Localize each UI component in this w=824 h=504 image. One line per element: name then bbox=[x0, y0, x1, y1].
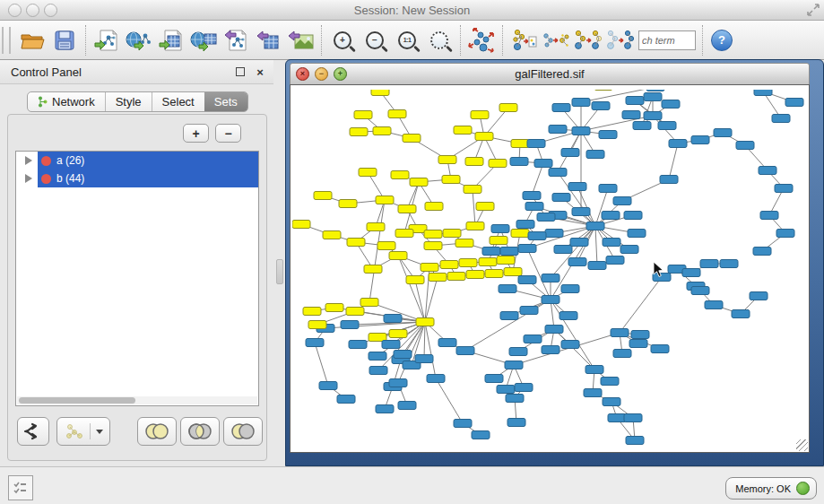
new-network-from-selection-button[interactable] bbox=[507, 24, 540, 56]
graph-node[interactable] bbox=[341, 321, 359, 329]
tab-network[interactable]: Network bbox=[28, 92, 105, 111]
graph-node[interactable] bbox=[515, 384, 533, 392]
graph-node[interactable] bbox=[429, 274, 447, 282]
graph-node[interactable] bbox=[720, 260, 738, 268]
graph-node[interactable] bbox=[658, 122, 676, 130]
expand-triangle-icon[interactable] bbox=[25, 174, 32, 183]
import-table-file-button[interactable] bbox=[155, 24, 187, 56]
horizontal-scrollbar[interactable] bbox=[17, 396, 257, 404]
tab-select[interactable]: Select bbox=[152, 92, 204, 111]
graph-node[interactable] bbox=[626, 97, 644, 105]
graph-node[interactable] bbox=[559, 312, 577, 320]
network-canvas[interactable] bbox=[290, 84, 810, 453]
difference-sets-button[interactable] bbox=[223, 417, 263, 446]
apply-layout-button[interactable] bbox=[465, 24, 498, 56]
network-window-titlebar[interactable]: × − + galFiltered.sif bbox=[290, 63, 810, 85]
graph-node[interactable] bbox=[691, 287, 709, 295]
graph-node[interactable] bbox=[424, 242, 442, 250]
graph-node[interactable] bbox=[394, 351, 412, 359]
list-item[interactable]: b (44) bbox=[16, 169, 258, 187]
graph-node[interactable] bbox=[714, 129, 732, 137]
graph-node[interactable] bbox=[549, 126, 567, 134]
graph-node[interactable] bbox=[485, 375, 503, 383]
graph-node[interactable] bbox=[308, 321, 326, 329]
graph-node[interactable] bbox=[360, 299, 378, 307]
graph-node[interactable] bbox=[528, 232, 546, 240]
import-network-url-button[interactable] bbox=[123, 24, 155, 56]
graph-node[interactable] bbox=[585, 366, 603, 374]
graph-node[interactable] bbox=[624, 212, 642, 220]
graph-node[interactable] bbox=[523, 192, 541, 200]
graph-node[interactable] bbox=[561, 341, 579, 349]
graph-node[interactable] bbox=[438, 339, 456, 347]
divider-collapse-handle[interactable] bbox=[276, 259, 283, 284]
graph-node[interactable] bbox=[629, 340, 647, 348]
graph-node[interactable] bbox=[319, 382, 337, 390]
zoom-fit-selected-button[interactable] bbox=[423, 24, 455, 56]
graph-node[interactable] bbox=[438, 156, 456, 164]
graph-node[interactable] bbox=[506, 395, 524, 403]
panel-divider[interactable] bbox=[273, 60, 285, 466]
graph-node[interactable] bbox=[601, 378, 619, 386]
graph-node[interactable] bbox=[403, 135, 421, 143]
select-first-neighbors-button[interactable] bbox=[540, 24, 572, 56]
graph-node[interactable] bbox=[500, 312, 518, 320]
graph-node[interactable] bbox=[443, 230, 461, 238]
graph-node[interactable] bbox=[602, 212, 620, 220]
graph-layer[interactable] bbox=[292, 90, 810, 453]
graph-node[interactable] bbox=[527, 140, 545, 148]
graph-node[interactable] bbox=[626, 437, 644, 445]
graph-node[interactable] bbox=[350, 128, 368, 136]
graph-node[interactable] bbox=[440, 261, 458, 269]
graph-node[interactable] bbox=[292, 221, 310, 229]
list-item[interactable]: a (26) bbox=[16, 152, 258, 169]
graph-node[interactable] bbox=[631, 331, 649, 339]
graph-node[interactable] bbox=[622, 111, 640, 119]
graph-node[interactable] bbox=[471, 111, 489, 119]
graph-node[interactable] bbox=[371, 90, 389, 96]
float-panel-button[interactable] bbox=[234, 65, 247, 78]
graph-node[interactable] bbox=[406, 276, 424, 284]
graph-node[interactable] bbox=[509, 348, 527, 356]
graph-node[interactable] bbox=[759, 167, 776, 175]
graph-node[interactable] bbox=[389, 330, 407, 338]
graph-node[interactable] bbox=[391, 171, 409, 179]
graph-node[interactable] bbox=[511, 140, 529, 148]
graph-node[interactable] bbox=[349, 341, 367, 349]
graph-node[interactable] bbox=[455, 239, 473, 248]
graph-node[interactable] bbox=[603, 239, 620, 247]
graph-node[interactable] bbox=[568, 183, 586, 191]
graph-node[interactable] bbox=[606, 256, 624, 265]
graph-node[interactable] bbox=[424, 230, 442, 239]
union-sets-button[interactable] bbox=[137, 417, 177, 446]
open-session-button[interactable] bbox=[16, 24, 48, 56]
graph-node[interactable] bbox=[682, 269, 700, 277]
intersection-sets-button[interactable] bbox=[180, 417, 220, 446]
graph-node[interactable] bbox=[485, 270, 503, 278]
graph-node[interactable] bbox=[669, 140, 687, 148]
expand-triangle-icon[interactable] bbox=[25, 156, 32, 165]
graph-node[interactable] bbox=[466, 222, 484, 230]
graph-node[interactable] bbox=[306, 339, 324, 347]
graph-node[interactable] bbox=[497, 256, 515, 265]
graph-node[interactable] bbox=[776, 230, 794, 238]
zoom-in-button[interactable]: + bbox=[326, 24, 359, 56]
graph-node[interactable] bbox=[644, 112, 662, 120]
graph-node[interactable] bbox=[520, 307, 538, 315]
graph-node[interactable] bbox=[510, 158, 528, 166]
graph-node[interactable] bbox=[545, 230, 563, 238]
zoom-out-button[interactable]: − bbox=[359, 24, 391, 56]
graph-node[interactable] bbox=[644, 93, 662, 101]
graph-node[interactable] bbox=[389, 379, 407, 387]
select-first-neighbors-undirected-button[interactable] bbox=[572, 24, 604, 56]
graph-node[interactable] bbox=[421, 264, 438, 272]
graph-node[interactable] bbox=[376, 405, 394, 413]
graph-node[interactable] bbox=[337, 395, 355, 404]
close-panel-button[interactable]: × bbox=[254, 65, 266, 78]
graph-node[interactable] bbox=[339, 200, 357, 208]
graph-node[interactable] bbox=[599, 185, 617, 193]
graph-node[interactable] bbox=[599, 131, 617, 139]
graph-node[interactable] bbox=[754, 90, 772, 96]
graph-node[interactable] bbox=[454, 126, 472, 135]
graph-node[interactable] bbox=[447, 273, 465, 281]
